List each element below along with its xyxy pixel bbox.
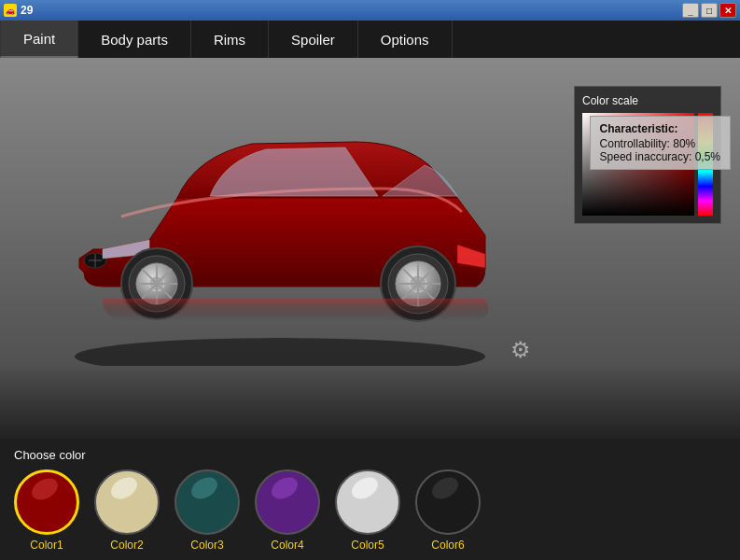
menu-rims[interactable]: Rims bbox=[191, 21, 269, 58]
menu-spoiler[interactable]: Spoiler bbox=[269, 21, 358, 58]
menu-bar: Paint Body parts Rims Spoiler Options bbox=[0, 21, 740, 58]
color-swatch-color4[interactable]: Color4 bbox=[255, 469, 320, 552]
color-swatch-color2[interactable]: Color2 bbox=[94, 469, 160, 552]
close-button[interactable]: ✕ bbox=[719, 3, 736, 18]
menu-options[interactable]: Options bbox=[358, 21, 453, 58]
content-area: Characteristic: Controllability: 80% Spe… bbox=[0, 58, 740, 439]
swatch-circle-color4 bbox=[255, 469, 320, 535]
color-swatch-color1[interactable]: Color1 bbox=[14, 469, 79, 552]
swatch-circle-color5 bbox=[335, 469, 400, 535]
menu-body-parts[interactable]: Body parts bbox=[78, 21, 191, 58]
color-scale-title: Color scale bbox=[582, 94, 713, 107]
svg-point-0 bbox=[75, 338, 485, 366]
swatch-circle-color3 bbox=[175, 469, 240, 535]
swatch-circle-color6 bbox=[415, 469, 481, 535]
color-swatches: Color1Color2Color3Color4Color5Color6 bbox=[14, 469, 726, 552]
swatch-label-color6: Color6 bbox=[431, 539, 464, 552]
swatch-circle-color2 bbox=[94, 469, 160, 535]
swatch-circle-color1 bbox=[14, 469, 79, 535]
swatch-highlight-color2 bbox=[107, 473, 141, 503]
char-speed: Speed inaccuracy: 0,5% bbox=[600, 150, 720, 163]
swatch-label-color4: Color4 bbox=[271, 539, 303, 552]
swatch-highlight-color1 bbox=[28, 474, 62, 504]
color-swatch-color3[interactable]: Color3 bbox=[175, 469, 240, 552]
char-title: Characteristic: bbox=[600, 122, 720, 135]
bottom-panel: Choose color Color1Color2Color3Color4Col… bbox=[0, 439, 740, 560]
settings-icon[interactable]: ⚙ bbox=[507, 336, 535, 364]
choose-color-label: Choose color bbox=[14, 448, 726, 462]
car-display bbox=[28, 67, 551, 385]
menu-paint[interactable]: Paint bbox=[0, 21, 78, 58]
swatch-highlight-color5 bbox=[348, 473, 382, 503]
minimize-button[interactable]: _ bbox=[682, 3, 699, 18]
window-controls: _ □ ✕ bbox=[682, 3, 736, 18]
title-bar: 🚗 29 _ □ ✕ bbox=[0, 0, 740, 21]
swatch-label-color3: Color3 bbox=[190, 539, 223, 552]
swatch-label-color5: Color5 bbox=[351, 539, 384, 552]
color-swatch-color5[interactable]: Color5 bbox=[335, 469, 400, 552]
maximize-button[interactable]: □ bbox=[701, 3, 718, 18]
swatch-highlight-color6 bbox=[428, 473, 462, 503]
app-icon: 🚗 bbox=[4, 4, 17, 17]
main-window: Paint Body parts Rims Spoiler Options Ch… bbox=[0, 21, 740, 560]
char-controllability: Controllability: 80% bbox=[600, 137, 720, 150]
swatch-label-color2: Color2 bbox=[110, 539, 143, 552]
swatch-label-color1: Color1 bbox=[30, 539, 63, 552]
color-swatch-color6[interactable]: Color6 bbox=[415, 469, 481, 552]
characteristics-panel: Characteristic: Controllability: 80% Spe… bbox=[590, 116, 731, 170]
swatch-highlight-color4 bbox=[268, 473, 301, 503]
window-title: 29 bbox=[21, 4, 33, 17]
swatch-highlight-color3 bbox=[188, 473, 221, 503]
